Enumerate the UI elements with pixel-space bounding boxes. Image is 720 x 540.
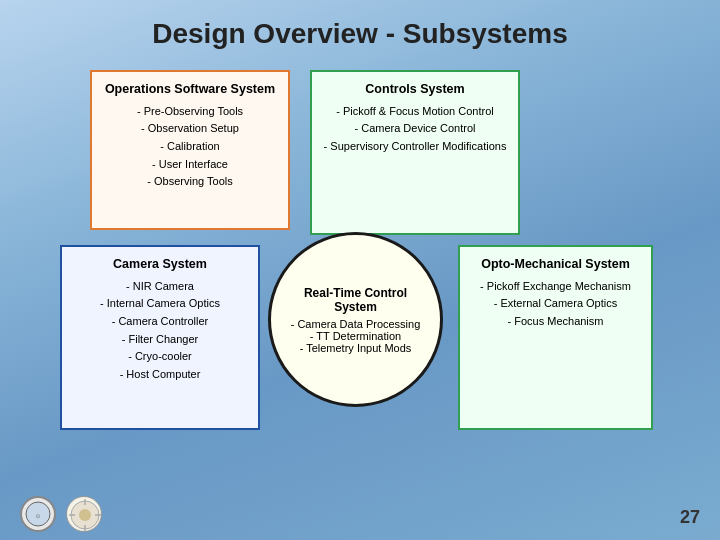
opto-item-2: - External Camera Optics: [470, 295, 641, 313]
camera-item-2: - Internal Camera Optics: [72, 295, 248, 313]
realtime-content: - Camera Data Processing - TT Determinat…: [291, 318, 421, 354]
camera-content: - NIR Camera - Internal Camera Optics - …: [72, 278, 248, 384]
realtime-item-3: - Telemetry Input Mods: [291, 342, 421, 354]
camera-item-4: - Filter Changer: [72, 331, 248, 349]
ops-software-box: Operations Software System - Pre-Observi…: [90, 70, 290, 230]
ops-content: - Pre-Observing Tools - Observation Setu…: [102, 103, 278, 191]
controls-item-3: - Supervisory Controller Modifications: [322, 138, 508, 156]
svg-point-3: [79, 509, 91, 521]
realtime-circle: Real-Time Control System - Camera Data P…: [268, 232, 443, 407]
ops-item-5: - Observing Tools: [102, 173, 278, 191]
ops-item-4: - User Interface: [102, 156, 278, 174]
camera-title: Camera System: [72, 255, 248, 274]
camera-item-5: - Cryo-cooler: [72, 348, 248, 366]
opto-title: Opto-Mechanical System: [470, 255, 641, 274]
ops-item-3: - Calibration: [102, 138, 278, 156]
diagram-area: Operations Software System - Pre-Observi…: [60, 70, 660, 480]
controls-item-1: - Pickoff & Focus Motion Control: [322, 103, 508, 121]
opto-item-3: - Focus Mechanism: [470, 313, 641, 331]
camera-item-3: - Camera Controller: [72, 313, 248, 331]
realtime-title: Real-Time Control System: [281, 286, 430, 314]
page-title: Design Overview - Subsystems: [0, 0, 720, 60]
realtime-item-1: - Camera Data Processing: [291, 318, 421, 330]
svg-text:☼: ☼: [35, 512, 41, 519]
camera-item-1: - NIR Camera: [72, 278, 248, 296]
controls-content: - Pickoff & Focus Motion Control - Camer…: [322, 103, 508, 156]
camera-system-box: Camera System - NIR Camera - Internal Ca…: [60, 245, 260, 430]
page-number: 27: [680, 507, 700, 528]
slide-container: Design Overview - Subsystems Operations …: [0, 0, 720, 540]
logo-right: [66, 496, 102, 532]
opto-mechanical-box: Opto-Mechanical System - Pickoff Exchang…: [458, 245, 653, 430]
controls-item-2: - Camera Device Control: [322, 120, 508, 138]
controls-title: Controls System: [322, 80, 508, 99]
controls-system-box: Controls System - Pickoff & Focus Motion…: [310, 70, 520, 235]
ops-item-2: - Observation Setup: [102, 120, 278, 138]
opto-item-1: - Pickoff Exchange Mechanism: [470, 278, 641, 296]
camera-item-6: - Host Computer: [72, 366, 248, 384]
opto-content: - Pickoff Exchange Mechanism - External …: [470, 278, 641, 331]
ops-item-1: - Pre-Observing Tools: [102, 103, 278, 121]
bottom-logos: ☼: [20, 496, 102, 532]
realtime-item-2: - TT Determination: [291, 330, 421, 342]
ops-title: Operations Software System: [102, 80, 278, 99]
logo-left: ☼: [20, 496, 56, 532]
